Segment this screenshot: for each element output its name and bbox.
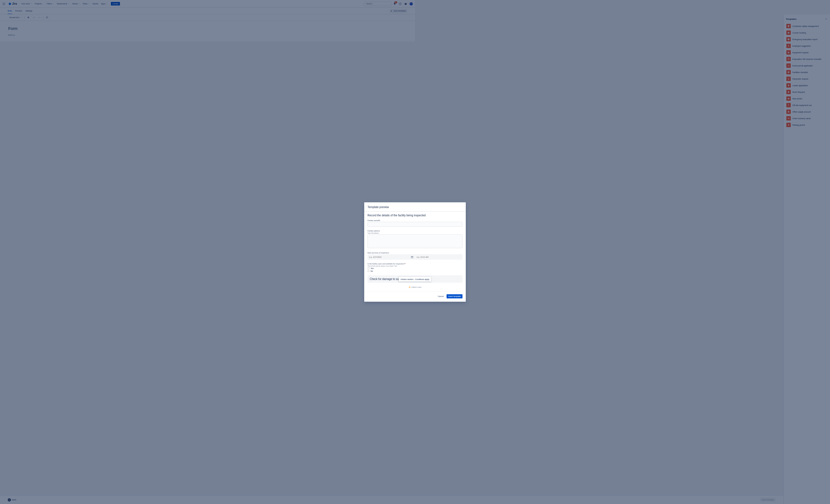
facility-name-input[interactable] bbox=[368, 222, 415, 227]
modal-body[interactable]: Record the details of the facility being… bbox=[364, 212, 415, 252]
modal-header: Template preview bbox=[364, 202, 415, 211]
modal-title: Template preview bbox=[368, 206, 415, 209]
facility-address-input[interactable] bbox=[368, 234, 415, 248]
template-preview-modal: Template preview Record the details of t… bbox=[364, 202, 415, 252]
facility-name-label: Facility name/ID bbox=[368, 220, 415, 221]
modal-overlay[interactable] bbox=[0, 0, 415, 252]
facility-address-hint: Type full address bbox=[368, 232, 415, 234]
facility-address-label: Facility address bbox=[368, 230, 415, 232]
section-title: Record the details of the facility being… bbox=[368, 214, 415, 217]
